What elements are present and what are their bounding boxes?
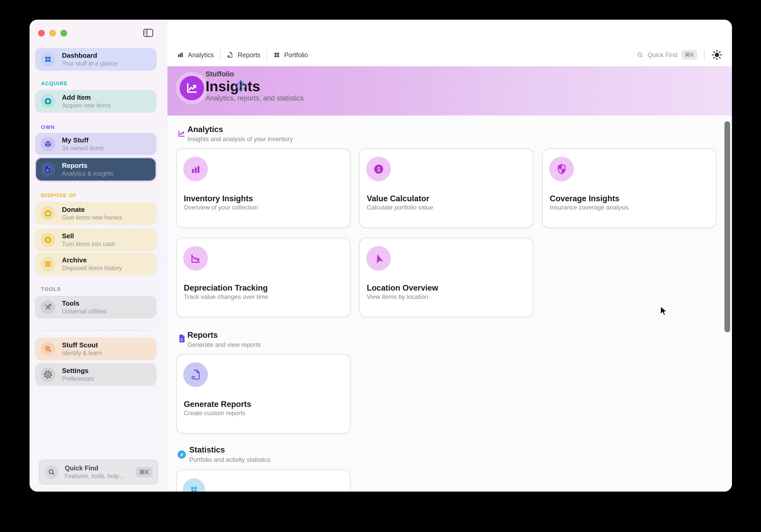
zoom-window-button[interactable]: [60, 30, 67, 36]
minimize-window-button[interactable]: [49, 30, 56, 36]
svg-text:?: ?: [240, 83, 243, 89]
sidebar-item-subtitle: Your stuff at a glance: [62, 60, 118, 67]
tab-label: Portfolio: [284, 51, 308, 59]
sidebar-item-archive[interactable]: Archive Disposed items history: [35, 252, 156, 275]
sidebar-item-donate[interactable]: Donate Give items new homes: [35, 202, 156, 225]
sidebar-item-my-stuff[interactable]: My Stuff 34 owned items: [35, 133, 156, 155]
section-subtitle-reports: Generate and view reports: [187, 341, 261, 348]
card-location-overview[interactable]: Location Overview View items by location: [359, 238, 533, 317]
sidebar-item-dashboard[interactable]: Dashboard Your stuff at a glance: [35, 48, 156, 71]
dollar-circle-icon: $: [41, 233, 55, 247]
shortcut-badge: ⌘K: [136, 467, 152, 477]
sidebar-item-title: Donate: [62, 206, 122, 213]
sidebar-item-reports-selected[interactable]: Reports Analytics & insights: [35, 157, 156, 182]
sidebar-quick-find[interactable]: Quick Find Features, tools, help... ⌘K: [39, 460, 158, 484]
navigation-arrow-icon: [366, 246, 391, 271]
quick-find-subtitle: Features, tools, help...: [65, 473, 130, 479]
heart-circle-icon: [41, 206, 55, 221]
card-title: Coverage Insights: [550, 194, 619, 204]
page-title: Insights: [205, 78, 260, 95]
sidebar-item-subtitle: Acquire new items: [62, 102, 111, 109]
content-scroll-area: Analytics Insights and analysis of your …: [167, 116, 732, 492]
sidebar-item-subtitle: Preferences: [62, 376, 94, 382]
svg-text:$: $: [377, 166, 380, 173]
card-subtitle: Calculate portfolio value: [367, 204, 433, 211]
stats-grid-icon: [183, 478, 205, 492]
card-statistics-partial[interactable]: [176, 470, 350, 492]
tab-label: Analytics: [188, 51, 214, 59]
theme-sun-icon[interactable]: [711, 49, 723, 61]
card-subtitle: Track value changes over time: [184, 293, 268, 301]
statistics-section-icon: #: [177, 450, 186, 459]
quick-find-title: Quick Find: [65, 465, 130, 472]
archive-box-icon: [41, 257, 55, 271]
sidebar-item-title: My Stuff: [62, 136, 104, 144]
close-window-button[interactable]: [38, 30, 45, 36]
search-icon: [637, 52, 644, 58]
bars-icon: [183, 157, 208, 181]
sidebar-item-title: Tools: [62, 300, 107, 307]
sidebar: Dashboard Your stuff at a glance ACQUIRE…: [29, 20, 167, 492]
sidebar-divider: [41, 330, 151, 331]
shortcut-badge: ⌘K: [681, 50, 697, 60]
screen: Dashboard Your stuff at a glance ACQUIRE…: [0, 0, 761, 532]
app-window: Dashboard Your stuff at a glance ACQUIRE…: [29, 20, 732, 492]
card-value-calculator[interactable]: $ Value Calculator Calculate portfolio v…: [359, 148, 533, 228]
sidebar-section-acquire: ACQUIRE: [41, 80, 68, 86]
scrollbar-thumb[interactable]: [725, 121, 730, 332]
nav-divider: [220, 49, 220, 61]
sidebar-item-subtitle: 34 owned items: [62, 145, 104, 151]
section-title-statistics: Statistics: [189, 445, 225, 455]
card-subtitle: Overview of your collection: [184, 204, 258, 211]
card-depreciation-tracking[interactable]: Depreciation Tracking Track value change…: [176, 238, 350, 317]
sidebar-item-settings[interactable]: Settings Preferences: [35, 363, 156, 386]
nav-divider: [267, 49, 267, 61]
gear-icon: [41, 367, 55, 382]
search-plus-icon: [41, 342, 55, 356]
sidebar-section-tools: TOOLS: [41, 286, 61, 292]
file-plus-icon: [227, 52, 234, 58]
sidebar-toggle-icon[interactable]: [143, 28, 153, 38]
banner-icon-halo: [176, 72, 208, 104]
chart-down-icon: [183, 246, 208, 271]
tab-analytics[interactable]: Analytics: [177, 51, 214, 59]
top-navbar: Analytics Reports: [167, 20, 732, 66]
sidebar-item-subtitle: Analytics & insights: [62, 170, 113, 177]
grid-icon: [273, 52, 280, 58]
sidebar-item-subtitle: Disposed items history: [62, 265, 122, 271]
tools-icon: [41, 300, 55, 314]
page-subtitle: Analytics, reports, and statistics: [205, 94, 304, 102]
help-icon[interactable]: ?: [236, 81, 246, 91]
card-title: Inventory Insights: [184, 194, 253, 204]
card-inventory-insights[interactable]: Inventory Insights Overview of your coll…: [176, 148, 350, 228]
sidebar-item-subtitle: Universal utilities: [62, 308, 107, 315]
plus-circle-icon: [41, 94, 55, 109]
shield-icon: [549, 157, 574, 181]
nav-divider: [704, 49, 705, 61]
mouse-cursor: [658, 305, 669, 318]
sidebar-section-dispose: DISPOSE OF: [41, 192, 77, 198]
sidebar-item-tools[interactable]: Tools Universal utilities: [35, 296, 156, 319]
dollar-circle-icon: $: [366, 157, 391, 181]
tab-reports[interactable]: Reports: [227, 51, 261, 59]
sidebar-item-stuff-scout[interactable]: Stuff Scout Identify & learn: [35, 338, 156, 360]
sidebar-item-add-item[interactable]: Add Item Acquire new items: [35, 90, 156, 113]
sidebar-item-title: Archive: [62, 256, 122, 264]
card-generate-reports[interactable]: Generate Reports Create custom reports: [176, 354, 350, 434]
sidebar-item-title: Dashboard: [62, 52, 118, 59]
document-icon: [41, 162, 55, 177]
sidebar-item-subtitle: Turn items into cash: [62, 241, 115, 247]
sidebar-item-title: Settings: [62, 367, 94, 375]
sidebar-item-title: Sell: [62, 232, 115, 240]
card-coverage-insights[interactable]: Coverage Insights Insurance coverage ana…: [542, 148, 716, 228]
section-subtitle-analytics: Insights and analysis of your inventory: [187, 135, 293, 143]
quick-find-trigger[interactable]: Quick Find: [648, 51, 677, 59]
sidebar-item-sell[interactable]: $ Sell Turn items into cash: [35, 229, 156, 251]
analytics-section-icon: [177, 130, 186, 138]
tab-portfolio[interactable]: Portfolio: [273, 51, 308, 59]
sidebar-item-title: Reports: [62, 162, 113, 169]
chart-up-icon: [180, 76, 204, 100]
card-title: Generate Reports: [184, 399, 251, 409]
main-area: Analytics Reports: [167, 20, 732, 492]
card-subtitle: Insurance coverage analysis: [550, 204, 628, 211]
